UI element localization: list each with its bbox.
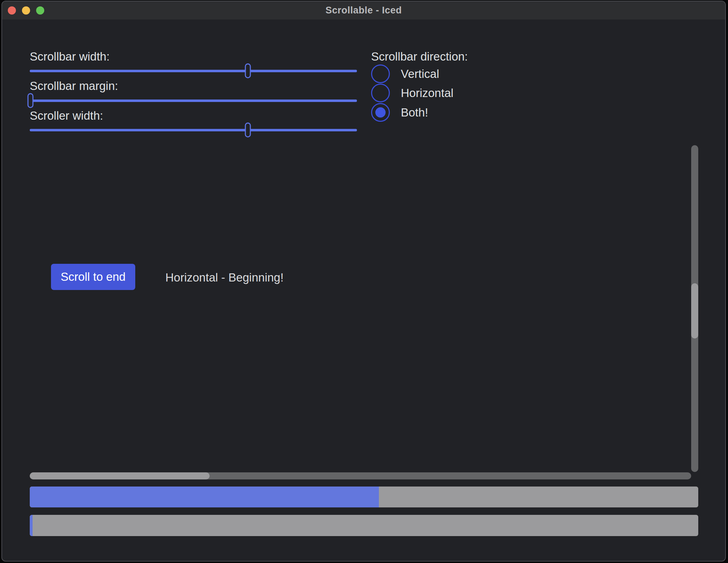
horizontal-scrollbar-track[interactable] — [30, 472, 691, 479]
slider-rail[interactable] — [30, 129, 357, 131]
horizontal-scroll-progress-bar — [30, 515, 698, 536]
radio-both-label: Both! — [401, 106, 428, 119]
radio-horizontal[interactable]: Horizontal — [371, 84, 520, 102]
scroll-status-text: Horizontal - Beginning! — [165, 271, 284, 284]
horizontal-scrollbar-thumb[interactable] — [30, 472, 210, 479]
scrollbar-width-slider[interactable] — [30, 63, 357, 78]
radio-horizontal-label: Horizontal — [401, 86, 454, 100]
vertical-scrollbar-thumb[interactable] — [691, 283, 698, 339]
vertical-scroll-progress-bar — [30, 487, 698, 507]
scroller-width-slider[interactable] — [30, 123, 357, 137]
close-button[interactable] — [8, 6, 16, 15]
window-title: Scrollable - Iced — [325, 5, 402, 16]
vertical-scrollbar-track[interactable] — [691, 145, 698, 472]
scrollbar-margin-slider[interactable] — [30, 93, 357, 108]
scroller-width-label: Scroller width: — [30, 110, 103, 122]
traffic-lights — [8, 1, 44, 19]
scrollbar-width-label: Scrollbar width: — [30, 51, 110, 63]
titlebar[interactable]: Scrollable - Iced — [2, 1, 725, 19]
app-window: Scrollable - Iced Scrollbar width: Scrol… — [1, 1, 726, 562]
slider-handle[interactable] — [27, 93, 33, 108]
progress-fill — [30, 487, 379, 507]
radio-circle-icon[interactable] — [371, 103, 390, 122]
radio-circle-icon[interactable] — [371, 64, 390, 83]
radio-circle-icon[interactable] — [371, 84, 390, 102]
progress-fill — [30, 515, 33, 536]
slider-rail[interactable] — [30, 99, 357, 102]
minimize-button[interactable] — [22, 6, 30, 15]
scrollbar-direction-label: Scrollbar direction: — [371, 51, 468, 63]
slider-handle[interactable] — [245, 63, 251, 78]
radio-selected-dot — [375, 107, 386, 118]
slider-handle[interactable] — [245, 123, 251, 137]
radio-both[interactable]: Both! — [371, 103, 520, 122]
radio-vertical[interactable]: Vertical — [371, 64, 520, 83]
radio-vertical-label: Vertical — [401, 67, 439, 81]
scroll-to-end-button[interactable]: Scroll to end — [51, 264, 135, 290]
zoom-button[interactable] — [36, 6, 44, 15]
scrollbar-margin-label: Scrollbar margin: — [30, 80, 118, 92]
slider-rail[interactable] — [30, 70, 357, 72]
